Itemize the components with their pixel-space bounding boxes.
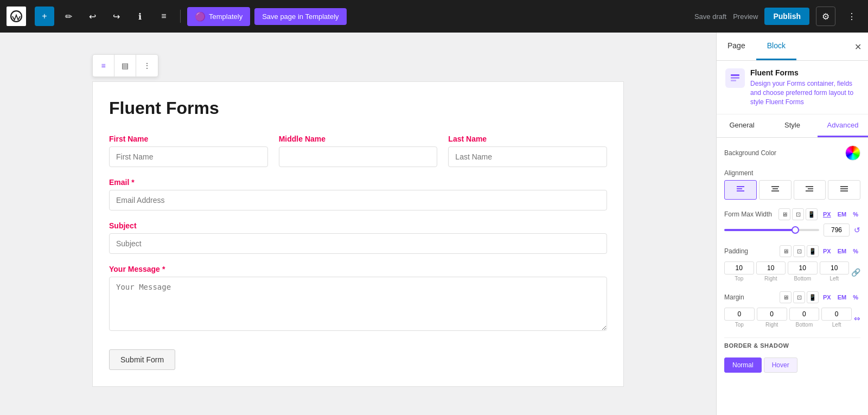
margin-right-input[interactable] [757,308,787,321]
slider-row: ↺ [724,224,860,237]
sub-tab-style[interactable]: Style [767,114,818,137]
padding-top-input[interactable] [724,261,754,274]
align-left-button[interactable] [724,180,757,200]
info-icon: ℹ [138,11,142,22]
unit-percent[interactable]: % [851,210,860,219]
block-more-button[interactable]: ⋮ [136,55,158,76]
first-name-label: First Name [109,135,268,143]
unit-px[interactable]: PX [821,210,833,219]
normal-tab[interactable]: Normal [724,357,762,373]
save-draft-button[interactable]: Save draft [694,12,726,21]
svg-rect-2 [731,77,739,79]
preview-button[interactable]: Preview [733,12,758,21]
margin-label: Margin [724,293,744,301]
main-toolbar: + ✏ ↩ ↪ ℹ ≡ 🟣 Templately Save page in Te… [0,0,868,33]
more-options-button[interactable]: ⋮ [842,7,861,26]
color-picker[interactable] [845,145,860,161]
save-draft-label: Save draft [694,12,726,21]
settings-button[interactable]: ⚙ [816,7,835,26]
more-icon: ⋮ [847,11,856,22]
redo-button[interactable]: ↪ [106,7,126,26]
margin-bottom-input[interactable] [789,308,820,321]
block-description: Fluent Forms Design your Forms container… [750,68,859,106]
unit-em[interactable]: EM [835,210,849,219]
padding-bottom-input[interactable] [788,261,818,274]
panel-close-button[interactable]: ✕ [854,41,861,52]
first-name-field: First Name [109,135,268,167]
tablet-icon[interactable]: ⊡ [792,208,804,220]
sub-tab-advanced[interactable]: Advanced [818,114,868,137]
margin-desktop-icon[interactable]: 🖥 [780,291,792,303]
info-button[interactable]: ℹ [130,7,150,26]
first-name-input[interactable] [109,146,268,167]
margin-top-box: Top [724,308,755,328]
menu-button[interactable]: ≡ [154,7,174,26]
device-icons: 🖥 ⊡ 📱 [778,208,818,220]
padding-left-input[interactable] [820,261,850,274]
margin-top-input[interactable] [724,308,755,321]
margin-mobile-icon[interactable]: 📱 [807,291,819,303]
subject-input[interactable] [109,233,607,254]
block-more-icon: ⋮ [143,61,151,70]
mobile-icon[interactable]: 📱 [806,208,818,220]
svg-rect-14 [840,188,848,189]
margin-link-icon[interactable]: ⇔ [854,314,860,323]
add-block-button[interactable]: + [35,7,54,26]
email-input[interactable] [109,190,607,210]
desktop-icon[interactable]: 🖥 [778,208,790,220]
sub-tab-general[interactable]: General [717,114,767,137]
margin-tablet-icon[interactable]: ⊡ [793,291,805,303]
publish-label: Publish [773,12,801,21]
align-center-button[interactable] [759,180,792,200]
tab-block[interactable]: Block [756,33,796,60]
padding-desktop-icon[interactable]: 🖥 [780,245,792,257]
margin-unit-px[interactable]: PX [821,293,833,302]
last-name-input[interactable] [448,146,607,167]
margin-bottom-label: Bottom [796,322,813,328]
padding-bottom-label: Bottom [794,276,811,282]
templately-button[interactable]: 🟣 Templately [187,7,250,26]
padding-unit-em[interactable]: EM [835,247,849,256]
padding-link-icon[interactable]: 🔗 [851,268,860,277]
canvas-inner: ≡ ▤ ⋮ Fluent Forms First Name [60,33,656,408]
reset-max-width-button[interactable]: ↺ [854,226,860,234]
preview-label: Preview [733,12,758,21]
padding-row: Padding 🖥 ⊡ 📱 PX EM % [724,245,860,283]
email-label: Email * [109,178,607,187]
padding-tablet-icon[interactable]: ⊡ [793,245,805,257]
svg-rect-15 [840,190,848,191]
wp-logo[interactable] [7,7,26,26]
margin-unit-em[interactable]: EM [835,293,849,302]
block-name-label: Fluent Forms [750,68,859,77]
padding-unit-px[interactable]: PX [821,247,833,256]
max-width-value-input[interactable] [824,224,850,237]
hover-tab[interactable]: Hover [764,357,797,373]
publish-button[interactable]: Publish [764,8,809,25]
border-shadow-header: BORDER & SHADOW [724,337,860,353]
settings-icon: ⚙ [822,11,829,22]
padding-top-box: Top [724,261,754,282]
padding-right-input[interactable] [756,261,786,274]
padding-unit-percent[interactable]: % [851,247,860,256]
submit-button[interactable]: Submit Form [109,349,175,370]
tab-page[interactable]: Page [717,33,756,60]
block-align-button[interactable]: ≡ [93,55,114,76]
message-row: Your Message * [109,265,607,333]
undo-button[interactable]: ↩ [82,7,102,26]
align-right-button[interactable] [794,180,826,200]
subject-label: Subject [109,221,607,230]
middle-name-input[interactable] [279,146,438,167]
message-input[interactable] [109,277,607,331]
edit-button[interactable]: ✏ [59,7,78,26]
padding-device-icons: 🖥 ⊡ 📱 [780,245,819,257]
block-layout-button[interactable]: ▤ [114,55,136,76]
reset-icon: ↺ [854,226,860,234]
max-width-slider[interactable] [724,229,819,231]
align-justify-button[interactable] [828,180,860,200]
form-max-width-row: Form Max Width 🖥 ⊡ 📱 PX EM % [724,208,860,237]
slider-track [724,229,795,231]
margin-left-input[interactable] [821,308,852,321]
save-templately-button[interactable]: Save page in Templately [254,8,346,25]
padding-mobile-icon[interactable]: 📱 [807,245,819,257]
margin-unit-percent[interactable]: % [851,293,860,302]
